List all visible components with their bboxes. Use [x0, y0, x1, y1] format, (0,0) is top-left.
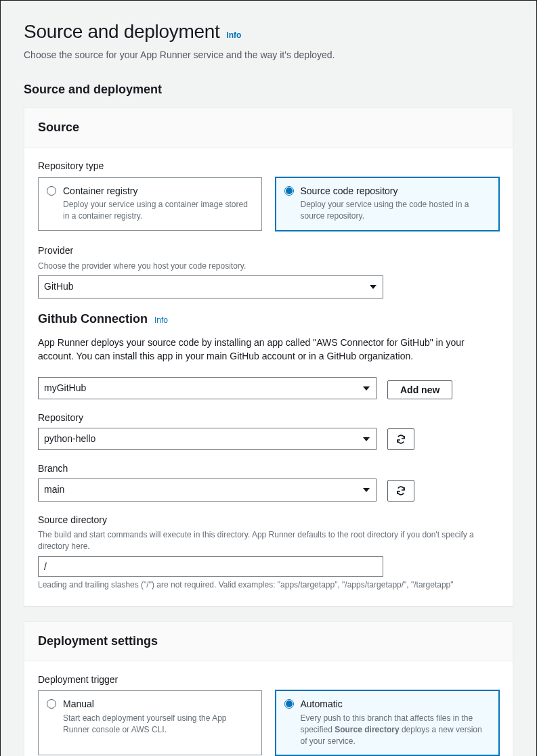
- branch-row: main: [38, 479, 499, 502]
- deployment-panel: Deployment settings Deployment trigger M…: [24, 621, 513, 756]
- deployment-panel-header: Deployment settings: [24, 622, 513, 661]
- refresh-repository-button[interactable]: [387, 428, 414, 450]
- deployment-trigger-label: Deployment trigger: [38, 673, 499, 687]
- trigger-automatic-title: Automatic: [301, 698, 491, 711]
- repo-type-code-option[interactable]: Source code repository Deploy your servi…: [276, 177, 500, 231]
- repo-type-container-option[interactable]: Container registry Deploy your service u…: [38, 177, 262, 231]
- provider-label: Provider: [38, 244, 499, 258]
- source-dir-hint: Leading and trailing slashes ("/") are n…: [38, 579, 499, 591]
- trigger-manual-option[interactable]: Manual Start each deployment yourself us…: [38, 690, 262, 755]
- refresh-branch-button[interactable]: [387, 480, 414, 502]
- trigger-automatic-desc: Every push to this branch that affects f…: [301, 713, 491, 747]
- page-title-row: Source and deployment Info: [24, 18, 513, 45]
- page-info-link[interactable]: Info: [226, 30, 241, 41]
- branch-value: main: [38, 479, 377, 502]
- refresh-icon: [395, 485, 406, 496]
- repository-select[interactable]: python-hello: [38, 428, 377, 451]
- repo-type-container-title: Container registry: [63, 185, 253, 198]
- trigger-automatic-option[interactable]: Automatic Every push to this branch that…: [276, 690, 500, 755]
- source-dir-input[interactable]: [38, 556, 383, 577]
- source-dir-label: Source directory: [38, 514, 499, 527]
- deployment-trigger-options: Manual Start each deployment yourself us…: [38, 690, 499, 755]
- trigger-manual-title: Manual: [63, 698, 253, 711]
- refresh-icon: [395, 434, 406, 445]
- radio-icon: [47, 699, 56, 709]
- repo-type-code-desc: Deploy your service using the code hoste…: [301, 199, 491, 222]
- provider-help: Choose the provider where you host your …: [38, 261, 499, 272]
- page-description: Choose the source for your App Runner se…: [24, 49, 513, 62]
- radio-icon: [47, 186, 56, 196]
- github-connection-heading-row: Github Connection Info: [38, 311, 499, 328]
- trigger-manual-desc: Start each deployment yourself using the…: [63, 713, 253, 736]
- auto-desc-strong: Source directory: [335, 725, 399, 734]
- page-title: Source and deployment: [24, 18, 219, 45]
- page-container: Source and deployment Info Choose the so…: [0, 0, 537, 756]
- connection-row: myGitHub Add new: [38, 377, 499, 400]
- repo-type-code-title: Source code repository: [301, 185, 491, 198]
- connection-value: myGitHub: [38, 377, 377, 400]
- deployment-panel-body: Deployment trigger Manual Start each dep…: [24, 661, 513, 756]
- connection-select[interactable]: myGitHub: [38, 377, 377, 400]
- repo-type-label: Repository type: [38, 160, 499, 173]
- section-heading: Source and deployment: [24, 81, 513, 98]
- repo-type-container-desc: Deploy your service using a container im…: [63, 199, 253, 222]
- provider-value: GitHub: [38, 275, 383, 298]
- github-connection-info-link[interactable]: Info: [154, 315, 168, 326]
- add-new-button[interactable]: Add new: [387, 380, 452, 399]
- repository-row: python-hello: [38, 428, 499, 451]
- source-panel-body: Repository type Container registry Deplo…: [24, 148, 513, 606]
- github-connection-heading: Github Connection: [38, 311, 148, 328]
- source-dir-help: The build and start commands will execut…: [38, 529, 499, 552]
- github-connection-desc: App Runner deploys your source code by i…: [38, 336, 499, 363]
- provider-select[interactable]: GitHub: [38, 275, 383, 298]
- repository-value: python-hello: [38, 428, 377, 451]
- radio-icon: [284, 186, 294, 196]
- repository-label: Repository: [38, 412, 499, 425]
- branch-select[interactable]: main: [38, 479, 377, 502]
- repo-type-options: Container registry Deploy your service u…: [38, 177, 499, 231]
- branch-label: Branch: [38, 462, 499, 476]
- source-panel: Source Repository type Container registr…: [24, 108, 513, 606]
- radio-icon: [284, 699, 294, 709]
- source-panel-header: Source: [24, 108, 513, 148]
